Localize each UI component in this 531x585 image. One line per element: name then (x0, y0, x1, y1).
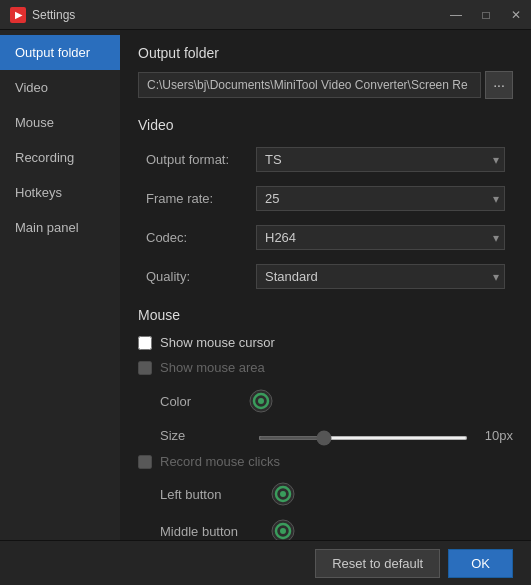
reset-button[interactable]: Reset to default (315, 549, 440, 578)
quality-label: Quality: (146, 269, 256, 284)
sidebar-item-main-panel[interactable]: Main panel (0, 210, 120, 245)
show-cursor-label: Show mouse cursor (160, 335, 275, 350)
sidebar-item-mouse[interactable]: Mouse (0, 105, 120, 140)
video-section-title: Video (138, 117, 513, 133)
show-area-checkbox[interactable] (138, 361, 152, 375)
quality-select[interactable]: Standard High Low (256, 264, 505, 289)
output-format-label: Output format: (146, 152, 256, 167)
main-content: Output folder ··· Video Output format: T… (120, 30, 531, 585)
output-format-row: Output format: TS MP4 AVI MOV (138, 143, 513, 176)
middle-button-label: Middle button (160, 524, 270, 539)
bottom-bar: Reset to default OK (0, 540, 531, 585)
video-section: Video Output format: TS MP4 AVI MOV Fram… (138, 117, 513, 293)
svg-point-2 (258, 398, 264, 404)
sidebar-item-output-folder[interactable]: Output folder (0, 35, 120, 70)
output-format-select[interactable]: TS MP4 AVI MOV (256, 147, 505, 172)
codec-label: Codec: (146, 230, 256, 245)
size-value-display: 10px (478, 428, 513, 443)
app-icon: ▶ (10, 7, 26, 23)
record-clicks-checkbox[interactable] (138, 455, 152, 469)
size-slider[interactable] (258, 436, 468, 440)
main-layout: Output folder Video Mouse Recording Hotk… (0, 30, 531, 585)
quality-select-wrapper: Standard High Low (256, 264, 505, 289)
codec-select-wrapper: H264 H265 VP9 (256, 225, 505, 250)
left-button-color-picker[interactable] (270, 481, 296, 507)
sidebar-item-video[interactable]: Video (0, 70, 120, 105)
color-row: Color (138, 383, 513, 419)
frame-rate-select[interactable]: 25 30 60 (256, 186, 505, 211)
codec-row: Codec: H264 H265 VP9 (138, 221, 513, 254)
title-bar: ▶ Settings — □ ✕ (0, 0, 531, 30)
sidebar-item-hotkeys[interactable]: Hotkeys (0, 175, 120, 210)
ok-button[interactable]: OK (448, 549, 513, 578)
codec-select[interactable]: H264 H265 VP9 (256, 225, 505, 250)
size-slider-wrapper (258, 428, 468, 443)
show-cursor-row: Show mouse cursor (138, 333, 513, 352)
sidebar-item-recording[interactable]: Recording (0, 140, 120, 175)
quality-row: Quality: Standard High Low (138, 260, 513, 293)
show-area-row: Show mouse area (138, 358, 513, 377)
sidebar: Output folder Video Mouse Recording Hotk… (0, 30, 120, 585)
mouse-section-title: Mouse (138, 307, 513, 323)
title-bar-text: Settings (32, 8, 75, 22)
frame-rate-row: Frame rate: 25 30 60 (138, 182, 513, 215)
svg-point-8 (280, 528, 286, 534)
size-row: Size 10px (138, 423, 513, 448)
minimize-button[interactable]: — (441, 0, 471, 30)
output-format-select-wrapper: TS MP4 AVI MOV (256, 147, 505, 172)
output-folder-row: ··· (138, 71, 513, 99)
output-folder-title: Output folder (138, 45, 513, 61)
record-clicks-label: Record mouse clicks (160, 454, 280, 469)
left-button-row: Left button (138, 477, 513, 511)
size-label: Size (138, 428, 248, 443)
browse-button[interactable]: ··· (485, 71, 513, 99)
close-button[interactable]: ✕ (501, 0, 531, 30)
record-clicks-row: Record mouse clicks (138, 452, 513, 471)
color-picker-button[interactable] (248, 388, 274, 414)
show-area-label: Show mouse area (160, 360, 265, 375)
svg-point-5 (280, 491, 286, 497)
frame-rate-select-wrapper: 25 30 60 (256, 186, 505, 211)
maximize-button[interactable]: □ (471, 0, 501, 30)
color-label: Color (138, 394, 248, 409)
frame-rate-label: Frame rate: (146, 191, 256, 206)
folder-path-input[interactable] (138, 72, 481, 98)
title-bar-controls: — □ ✕ (441, 0, 531, 30)
left-button-label: Left button (160, 487, 270, 502)
show-cursor-checkbox[interactable] (138, 336, 152, 350)
